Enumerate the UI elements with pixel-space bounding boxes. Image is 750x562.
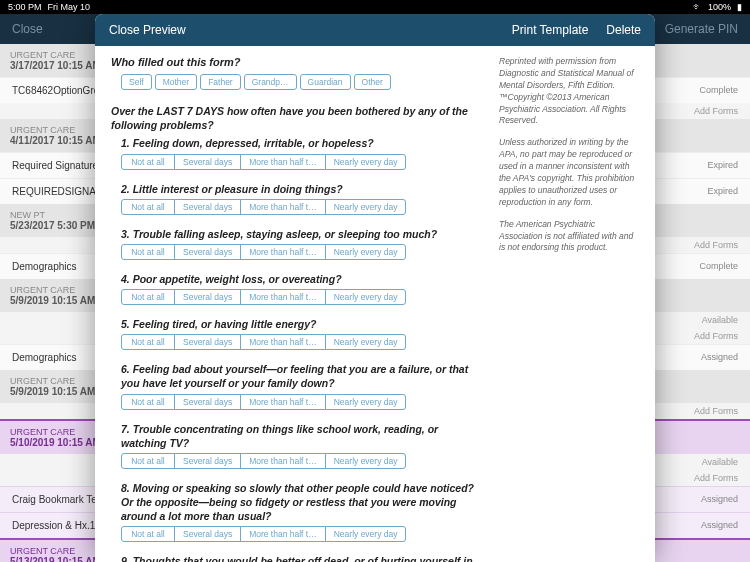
row-action[interactable]: Add Forms [694, 106, 738, 116]
form-name: TC68462OptionGrou [12, 85, 105, 96]
copyright-p2: Unless authorized in writing by the APA,… [499, 137, 639, 208]
print-template-button[interactable]: Print Template [512, 23, 588, 37]
question-4: 4. Poor appetite, weight loss, or overea… [121, 272, 481, 286]
form-name: Demographics [12, 352, 76, 363]
question-9: 9. Thoughts that you would be better off… [121, 554, 481, 562]
q8-opt-0[interactable]: Not at all [121, 526, 175, 542]
q1-opt-0[interactable]: Not at all [121, 154, 175, 170]
q4-opt-1[interactable]: Several days [174, 289, 241, 305]
preview-modal: Close Preview Print Template Delete Who … [95, 14, 655, 562]
who-option-1[interactable]: Mother [155, 74, 197, 90]
q7-opt-0[interactable]: Not at all [121, 453, 175, 469]
q4-opt-0[interactable]: Not at all [121, 289, 175, 305]
row-action[interactable]: Add Forms [694, 240, 738, 250]
row-action[interactable]: Available [702, 315, 738, 325]
q3-opt-2[interactable]: More than half t… [240, 244, 326, 260]
nav-generate-pin-button[interactable]: Generate PIN [665, 22, 738, 36]
question-6: 6. Feeling bad about yourself—or feeling… [121, 362, 481, 390]
status-time: 5:00 PM [8, 2, 42, 12]
q7-opt-3[interactable]: Nearly every day [325, 453, 407, 469]
row-action[interactable]: Add Forms [694, 473, 738, 483]
q6-opt-2[interactable]: More than half t… [240, 394, 326, 410]
q2-opt-1[interactable]: Several days [174, 199, 241, 215]
question-2: 2. Little interest or pleasure in doing … [121, 182, 481, 196]
nav-close-button[interactable]: Close [12, 22, 43, 36]
q4-opt-2[interactable]: More than half t… [240, 289, 326, 305]
q1-opt-2[interactable]: More than half t… [240, 154, 326, 170]
battery-icon: ▮ [737, 2, 742, 12]
form-name: Demographics [12, 261, 76, 272]
form-status: Expired [707, 160, 738, 171]
q8-opt-1[interactable]: Several days [174, 526, 241, 542]
q6-opt-3[interactable]: Nearly every day [325, 394, 407, 410]
row-action[interactable]: Add Forms [694, 406, 738, 416]
question-7: 7. Trouble concentrating on things like … [121, 422, 481, 450]
question-8: 8. Moving or speaking so slowly that oth… [121, 481, 481, 524]
q2-opt-3[interactable]: Nearly every day [325, 199, 407, 215]
question-3: 3. Trouble falling asleep, staying aslee… [121, 227, 481, 241]
q5-opt-2[interactable]: More than half t… [240, 334, 326, 350]
status-date: Fri May 10 [48, 2, 91, 12]
q8-opt-3[interactable]: Nearly every day [325, 526, 407, 542]
wifi-icon: ᯤ [693, 2, 702, 12]
who-option-2[interactable]: Father [200, 74, 241, 90]
form-status: Complete [699, 85, 738, 96]
who-option-5[interactable]: Other [354, 74, 391, 90]
form-status: Complete [699, 261, 738, 272]
who-option-0[interactable]: Self [121, 74, 152, 90]
q5-opt-0[interactable]: Not at all [121, 334, 175, 350]
last7days-intro: Over the LAST 7 DAYS how often have you … [111, 104, 481, 132]
who-option-3[interactable]: Grandp… [244, 74, 297, 90]
q2-opt-0[interactable]: Not at all [121, 199, 175, 215]
q6-opt-0[interactable]: Not at all [121, 394, 175, 410]
q8-opt-2[interactable]: More than half t… [240, 526, 326, 542]
q3-opt-3[interactable]: Nearly every day [325, 244, 407, 260]
who-option-4[interactable]: Guardian [300, 74, 351, 90]
form-status: Assigned [701, 520, 738, 531]
q7-opt-2[interactable]: More than half t… [240, 453, 326, 469]
copyright-p3: The American Psychiatric Association is … [499, 219, 639, 255]
q2-opt-2[interactable]: More than half t… [240, 199, 326, 215]
row-action[interactable]: Available [702, 457, 738, 467]
modal-header: Close Preview Print Template Delete [95, 14, 655, 46]
q6-opt-1[interactable]: Several days [174, 394, 241, 410]
q3-opt-0[interactable]: Not at all [121, 244, 175, 260]
form-content: Who filled out this form? SelfMotherFath… [111, 56, 481, 552]
who-filled-question: Who filled out this form? [111, 56, 481, 68]
copyright-p1: Reprinted with permission from Diagnosti… [499, 56, 639, 127]
close-preview-button[interactable]: Close Preview [109, 23, 186, 37]
question-5: 5. Feeling tired, or having little energ… [121, 317, 481, 331]
battery-pct: 100% [708, 2, 731, 12]
question-1: 1. Feeling down, depressed, irritable, o… [121, 136, 481, 150]
q1-opt-3[interactable]: Nearly every day [325, 154, 407, 170]
form-status: Assigned [701, 352, 738, 363]
q5-opt-1[interactable]: Several days [174, 334, 241, 350]
row-action[interactable]: Add Forms [694, 331, 738, 341]
form-name: Depression & Hx.1, C [12, 520, 108, 531]
q3-opt-1[interactable]: Several days [174, 244, 241, 260]
q1-opt-1[interactable]: Several days [174, 154, 241, 170]
delete-button[interactable]: Delete [606, 23, 641, 37]
form-name: Craig Bookmark Test [12, 494, 105, 505]
q5-opt-3[interactable]: Nearly every day [325, 334, 407, 350]
copyright-notice: Reprinted with permission from Diagnosti… [499, 56, 639, 552]
form-status: Expired [707, 186, 738, 197]
q7-opt-1[interactable]: Several days [174, 453, 241, 469]
form-status: Assigned [701, 494, 738, 505]
status-bar: 5:00 PM Fri May 10 ᯤ 100% ▮ [0, 0, 750, 14]
q4-opt-3[interactable]: Nearly every day [325, 289, 407, 305]
